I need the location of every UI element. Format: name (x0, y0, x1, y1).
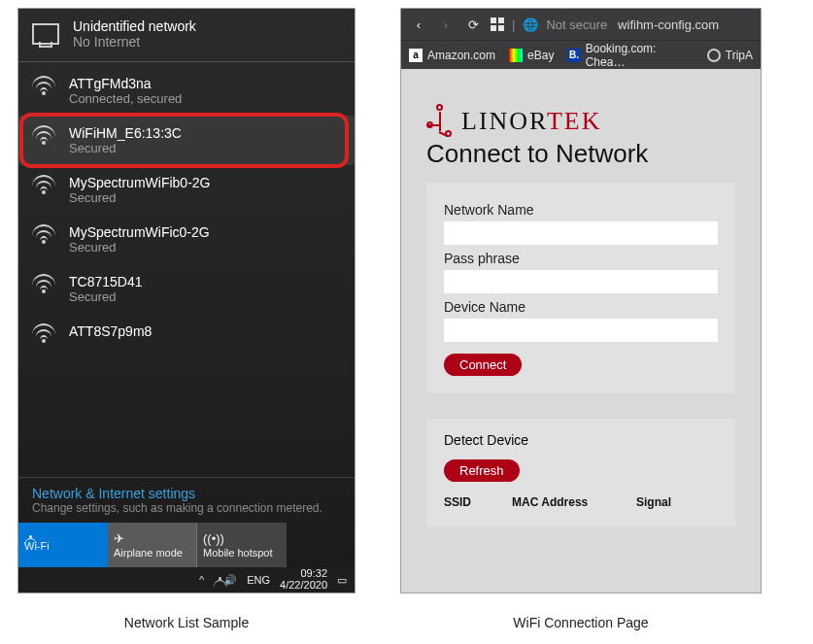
device-name-input[interactable] (444, 319, 718, 342)
reload-button[interactable]: ⟳ (463, 17, 483, 32)
label-passphrase: Pass phrase (444, 251, 718, 266)
settings-title: Network & Internet settings (32, 486, 341, 501)
refresh-button[interactable]: Refresh (444, 459, 520, 482)
connect-button[interactable]: Connect (444, 354, 522, 376)
address-bar[interactable]: Not secure wifihm-config.com (546, 17, 719, 32)
bookmark-booking[interactable]: B.Booking.com: Chea… (567, 42, 693, 69)
col-ssid: SSID (444, 495, 494, 509)
page-heading: Connect to Network (426, 139, 735, 169)
network-item[interactable]: MySpectrumWiFic0-2GSecured (18, 215, 355, 264)
chevron-up-icon[interactable]: ^ (199, 574, 204, 586)
caption-left: Network List Sample (17, 615, 356, 630)
clock[interactable]: 09:32 4/22/2020 (280, 568, 327, 591)
back-button[interactable]: ‹ (409, 17, 428, 32)
network-item[interactable]: MySpectrumWiFib0-2GSecured (18, 165, 355, 215)
quick-tiles: Wi-Fi ✈ Airplane mode ((•)) Mobile hotsp… (18, 523, 355, 567)
col-signal: Signal (636, 495, 694, 509)
browser-toolbar: ‹ › ⟳ | 🌐 Not secure wifihm-config.com (401, 9, 761, 40)
bookmark-label: eBay (527, 49, 554, 62)
tray-date: 4/22/2020 (280, 580, 327, 592)
network-status: Connected, secured (69, 91, 182, 106)
network-status: Secured (69, 289, 143, 304)
hotspot-icon: ((•)) (203, 532, 281, 545)
unidentified-subtitle: No Internet (73, 34, 196, 50)
unidentified-title: Unidentified network (73, 18, 196, 34)
bookmark-label: TripA (726, 49, 753, 62)
logo: LINORTEK (426, 104, 735, 139)
label-network-name: Network Name (444, 202, 718, 218)
tile-label: Mobile hotspot (203, 547, 281, 559)
airplane-icon: ✈ (114, 532, 190, 545)
page-content: LINORTEK Connect to Network Network Name… (401, 69, 761, 546)
bookmark-label: Booking.com: Chea… (586, 42, 694, 69)
not-secure-label: Not secure (546, 17, 607, 32)
network-flyout: Unidentified network No Internet ATTgFMd… (17, 8, 356, 593)
network-settings-link[interactable]: Network & Internet settings Change setti… (18, 477, 355, 523)
passphrase-input[interactable] (444, 270, 718, 293)
network-item[interactable]: ATT8S7p9m8 (18, 314, 355, 345)
tile-label: Airplane mode (114, 547, 190, 559)
browser-window: ‹ › ⟳ | 🌐 Not secure wifihm-config.com a… (400, 8, 762, 593)
bookmarks-bar: aAmazon.com eBay B.Booking.com: Chea… Tr… (401, 40, 761, 69)
caption-right: WiFi Connection Page (400, 615, 762, 630)
device-table-header: SSID MAC Address Signal (444, 495, 718, 509)
network-name: TC8715D41 (69, 274, 143, 289)
network-name: WiFiHM_E6:13:3C (69, 125, 182, 141)
wifi-icon (32, 224, 55, 244)
detect-heading: Detect Device (444, 432, 718, 448)
network-name: ATT8S7p9m8 (69, 323, 152, 339)
brand-text: LINORTEK (461, 107, 601, 136)
network-header: Unidentified network No Internet (18, 9, 355, 62)
separator: | (512, 17, 515, 32)
wifi-icon (32, 323, 55, 343)
settings-subtitle: Change settings, such as making a connec… (32, 501, 341, 515)
tile-wifi[interactable]: Wi-Fi (18, 523, 108, 567)
lang-indicator[interactable]: ENG (247, 574, 270, 586)
wifi-icon (32, 175, 55, 194)
bookmark-amazon[interactable]: aAmazon.com (409, 49, 495, 62)
wifi-icon (32, 274, 55, 293)
network-item[interactable]: TC8715D41Secured (18, 264, 355, 314)
network-name: MySpectrumWiFib0-2G (69, 175, 210, 190)
connect-form: Network Name Pass phrase Device Name Con… (426, 183, 735, 393)
network-status: Secured (69, 190, 210, 205)
url-text: wifihm-config.com (618, 17, 719, 32)
network-status: Secured (69, 141, 182, 155)
notifications-icon[interactable]: ▭ (337, 574, 347, 587)
system-tray: ^ 🔊 ENG 09:32 4/22/2020 ▭ (18, 567, 355, 593)
network-list: ATTgFMd3naConnected, secured WiFiHM_E6:1… (18, 62, 355, 345)
tile-airplane[interactable]: ✈ Airplane mode (108, 523, 197, 567)
network-name-input[interactable] (444, 221, 718, 245)
apps-icon[interactable] (491, 17, 504, 31)
speaker-icon[interactable]: 🔊 (223, 574, 237, 587)
logo-icon (426, 104, 454, 139)
forward-button[interactable]: › (436, 17, 456, 32)
network-item-selected[interactable]: WiFiHM_E6:13:3CSecured (18, 116, 355, 165)
detect-panel: Detect Device Refresh SSID MAC Address S… (426, 419, 735, 526)
monitor-icon (32, 23, 59, 45)
network-status: Secured (69, 240, 210, 254)
bookmark-ebay[interactable]: eBay (509, 49, 554, 62)
label-device-name: Device Name (444, 299, 718, 315)
wifi-icon (32, 125, 55, 145)
bookmark-label: Amazon.com (427, 49, 495, 62)
tile-hotspot[interactable]: ((•)) Mobile hotspot (197, 523, 287, 567)
col-mac: MAC Address (512, 495, 619, 509)
globe-icon: 🌐 (523, 17, 538, 32)
network-name: ATTgFMd3na (69, 76, 182, 91)
network-name: MySpectrumWiFic0-2G (69, 224, 210, 240)
bookmark-tripadvisor[interactable]: TripA (707, 49, 753, 62)
wifi-icon (32, 76, 55, 95)
network-item[interactable]: ATTgFMd3naConnected, secured (18, 66, 355, 116)
